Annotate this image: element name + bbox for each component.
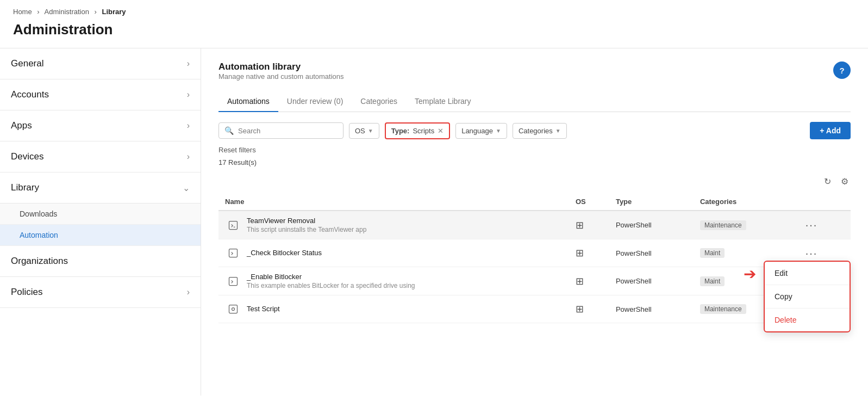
row-categories-cell: Maintenance [694,211,796,239]
categories-filter-button[interactable]: Categories ▼ [513,123,567,139]
sidebar-item-organizations[interactable]: Organizations [0,246,201,277]
sidebar-item-label-accounts: Accounts [11,89,49,100]
row-name: _Enable Bitlocker [247,273,415,281]
sidebar-item-policies[interactable]: Policies › [0,277,201,308]
svg-rect-1 [229,249,238,257]
row-os-cell: ⊞ [569,211,609,239]
filters-row: 🔍 OS ▼ Type: Scripts ✕ Language ▼ Catego… [218,122,851,139]
sidebar-item-devices[interactable]: Devices › [0,141,201,172]
categories-dropdown-arrow-icon: ▼ [555,128,561,134]
category-badge: Maint [700,276,725,286]
sidebar-item-accounts[interactable]: Accounts › [0,79,201,110]
col-type: Type [609,193,694,211]
row-actions-cell: ··· [796,211,851,239]
row-os-cell: ⊞ [569,239,609,267]
reset-filters-link[interactable]: Reset filters [218,146,851,154]
type-filter-button[interactable]: Type: Scripts ✕ [385,122,450,139]
refresh-button[interactable]: ↻ [822,174,833,189]
settings-button[interactable]: ⚙ [839,174,851,189]
row-type-cell: PowerShell [609,239,694,267]
col-os: OS [569,193,609,211]
chevron-right-icon: › [187,287,190,297]
language-dropdown-arrow-icon: ▼ [496,128,501,134]
sidebar-item-label-devices: Devices [11,151,43,162]
row-type-cell: PowerShell [609,267,694,295]
row-type-cell: PowerShell [609,211,694,239]
content-subtitle: Manage native and custom automations [218,72,344,81]
svg-rect-0 [229,221,238,229]
type-filter-prefix: Type: [391,127,410,135]
os-filter-label: OS [355,127,365,135]
category-badge: Maintenance [700,220,746,230]
svg-rect-3 [229,305,238,313]
script-icon [225,217,241,233]
table-header-row: Name OS Type Categories [218,193,851,211]
add-button[interactable]: + Add [810,122,851,139]
breadcrumb-home[interactable]: Home [13,8,32,16]
content-header: Automation library Manage native and cus… [218,61,851,88]
help-button[interactable]: ? [833,61,851,79]
language-filter-button[interactable]: Language ▼ [455,123,507,139]
table-toolbar: ↻ ⚙ [218,174,851,189]
category-badge: Maint [700,248,725,258]
row-name: TeamViewer Removal [247,217,366,225]
language-filter-label: Language [461,127,493,135]
more-options-button[interactable]: ··· [802,246,821,261]
context-menu-delete[interactable]: Delete [765,309,850,331]
sidebar-item-label-apps: Apps [11,120,32,131]
context-menu: Edit Copy Delete [764,261,851,332]
col-name: Name [218,193,569,211]
table-row: Test Script ⊞ PowerShell Maintenance ··· [218,295,851,323]
results-count: 17 Result(s) [218,158,851,166]
more-options-button[interactable]: ··· [802,218,821,232]
red-arrow-indicator: ➔ [744,265,756,283]
table-row: TeamViewer Removal This script uninstall… [218,211,851,239]
tabs-bar: Automations Under review (0) Categories … [218,91,851,112]
row-os-cell: ⊞ [569,295,609,323]
context-menu-copy[interactable]: Copy [765,285,850,309]
tab-under-review[interactable]: Under review (0) [278,91,352,112]
search-icon: 🔍 [224,126,234,135]
main-layout: General › Accounts › Apps › Devices › Li… [0,48,868,396]
script-icon [225,273,241,289]
chevron-right-icon: › [187,59,190,69]
row-name-cell: Test Script [218,295,569,323]
sidebar-item-general[interactable]: General › [0,48,201,79]
search-input[interactable] [238,127,338,135]
sidebar-sub-item-downloads[interactable]: Downloads [0,203,201,225]
script-icon [225,301,241,317]
row-name-cell: TeamViewer Removal This script uninstall… [218,211,569,239]
windows-icon: ⊞ [576,276,584,287]
svg-point-4 [232,308,235,311]
type-filter-close-icon[interactable]: ✕ [438,127,444,135]
page-title: Administration [0,19,868,48]
tab-template-library[interactable]: Template Library [406,91,480,112]
context-menu-edit[interactable]: Edit [765,262,850,285]
tab-automations[interactable]: Automations [218,91,278,112]
sidebar-item-label-policies: Policies [11,287,43,298]
chevron-right-icon: › [187,121,190,131]
col-categories: Categories [694,193,796,211]
row-type-cell: PowerShell [609,295,694,323]
svg-rect-2 [229,277,238,285]
sidebar-item-library[interactable]: Library ⌄ [0,172,201,203]
row-name: _Check Bitlocker Status [247,249,322,257]
windows-icon: ⊞ [576,248,584,258]
sidebar-item-label-library: Library [11,182,39,193]
row-name: Test Script [247,305,280,313]
table-row: _Check Bitlocker Status ⊞ PowerShell Mai… [218,239,851,267]
tab-categories[interactable]: Categories [352,91,406,112]
row-os-cell: ⊞ [569,267,609,295]
category-badge: Maintenance [700,304,746,314]
breadcrumb-admin[interactable]: Administration [45,8,89,16]
windows-icon: ⊞ [576,304,584,314]
content-title: Automation library [218,61,344,72]
sidebar-sub-item-automation[interactable]: Automation [0,225,201,246]
os-filter-button[interactable]: OS ▼ [349,123,379,139]
row-name-cell: _Enable Bitlocker This example enables B… [218,267,569,295]
col-actions [796,193,851,211]
breadcrumb-current: Library [102,8,126,16]
sidebar-item-apps[interactable]: Apps › [0,110,201,141]
search-box[interactable]: 🔍 [218,122,344,139]
sidebar: General › Accounts › Apps › Devices › Li… [0,48,201,396]
